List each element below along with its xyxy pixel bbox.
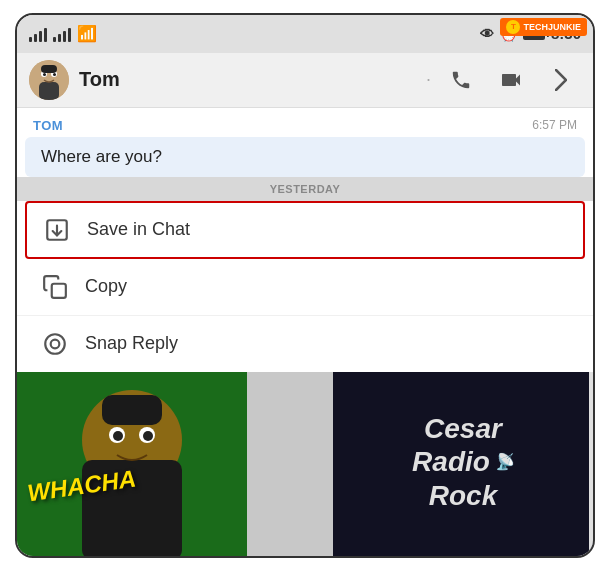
message-sender-row: TOM 6:57 PM — [17, 108, 593, 137]
message-bubble-container: TOM 6:57 PM Where are you? — [17, 108, 593, 177]
signal-bar — [34, 34, 37, 42]
signal-bars-2 — [53, 26, 71, 42]
signal-bars-1 — [29, 26, 47, 42]
svg-rect-16 — [52, 283, 66, 297]
message-time: 6:57 PM — [532, 118, 577, 132]
signal-bar — [44, 28, 47, 42]
copy-icon — [41, 273, 69, 301]
save-in-chat-icon — [43, 216, 71, 244]
signal-bar — [68, 28, 71, 42]
message-overlay: TOM 6:57 PM Where are you? YESTERDAY — [17, 108, 593, 372]
copy-menu-item[interactable]: Copy — [17, 259, 593, 316]
message-sender-name: TOM — [33, 118, 63, 133]
svg-point-18 — [51, 339, 60, 348]
svg-point-6 — [53, 73, 56, 76]
status-left: 📶 — [29, 24, 97, 43]
copy-label: Copy — [85, 276, 127, 297]
avatar-icon — [29, 60, 69, 100]
wifi-icon: 📶 — [77, 24, 97, 43]
eye-icon: 👁 — [480, 26, 494, 42]
svg-point-17 — [45, 334, 65, 354]
context-menu: Save in Chat Copy — [17, 201, 593, 372]
phone-frame: 📶 👁 ⏰ 34 8:30 T TECHJUNKIE — [15, 13, 595, 558]
typing-indicator: · — [426, 69, 431, 90]
video-call-button[interactable] — [491, 60, 531, 100]
phone-call-button[interactable] — [441, 60, 481, 100]
message-text-bubble: Where are you? — [25, 137, 585, 177]
chat-background: WHACHA Cesar Radio 📡 Rock TOM — [17, 108, 593, 558]
badge-text: TECHJUNKIE — [523, 22, 581, 32]
cesar-radio-text: Cesar Radio 📡 Rock — [412, 412, 514, 513]
signal-bar — [29, 37, 32, 42]
snap-reply-menu-item[interactable]: Snap Reply — [17, 316, 593, 372]
snap-reply-icon — [41, 330, 69, 358]
message-text: Where are you? — [41, 147, 162, 166]
save-in-chat-label: Save in Chat — [87, 219, 190, 240]
avatar — [29, 60, 69, 100]
radio-wave-icon: 📡 — [494, 452, 514, 471]
more-button[interactable] — [541, 60, 581, 100]
phone-icon — [450, 69, 472, 91]
video-icon — [499, 68, 523, 92]
tj-icon: T — [506, 20, 520, 34]
signal-bar — [53, 37, 56, 42]
status-bar: 📶 👁 ⏰ 34 8:30 T TECHJUNKIE — [17, 15, 593, 53]
header-actions — [441, 60, 581, 100]
techjunkie-badge: T TECHJUNKIE — [500, 18, 587, 36]
contact-name: Tom — [79, 68, 422, 91]
svg-rect-14 — [102, 395, 162, 425]
chat-header: Tom · — [17, 53, 593, 108]
signal-bar — [58, 34, 61, 42]
bg-image-left: WHACHA — [17, 365, 247, 558]
chevron-right-icon — [555, 69, 567, 91]
signal-bar — [39, 31, 42, 42]
svg-point-13 — [143, 431, 153, 441]
bg-image-right: Cesar Radio 📡 Rock — [333, 365, 593, 558]
yesterday-divider: YESTERDAY — [17, 177, 593, 201]
svg-point-12 — [113, 431, 123, 441]
signal-bar — [63, 31, 66, 42]
svg-rect-7 — [41, 65, 57, 73]
svg-point-5 — [43, 73, 46, 76]
snap-reply-label: Snap Reply — [85, 333, 178, 354]
svg-rect-2 — [39, 82, 59, 100]
save-in-chat-menu-item[interactable]: Save in Chat — [25, 201, 585, 259]
